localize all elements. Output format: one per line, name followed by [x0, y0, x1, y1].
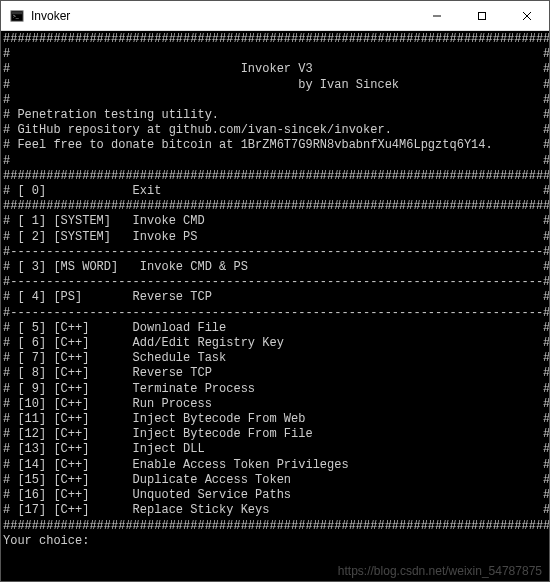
svg-rect-4 — [478, 12, 485, 19]
svg-text:>_: >_ — [13, 12, 19, 18]
app-icon: >_ — [9, 8, 25, 24]
titlebar: >_ Invoker — [1, 1, 549, 31]
window-title: Invoker — [31, 9, 414, 23]
minimize-button[interactable] — [414, 1, 459, 30]
close-button[interactable] — [504, 1, 549, 30]
console-output[interactable]: ########################################… — [1, 31, 549, 581]
window-controls — [414, 1, 549, 30]
maximize-button[interactable] — [459, 1, 504, 30]
app-window: >_ Invoker #############################… — [0, 0, 550, 582]
